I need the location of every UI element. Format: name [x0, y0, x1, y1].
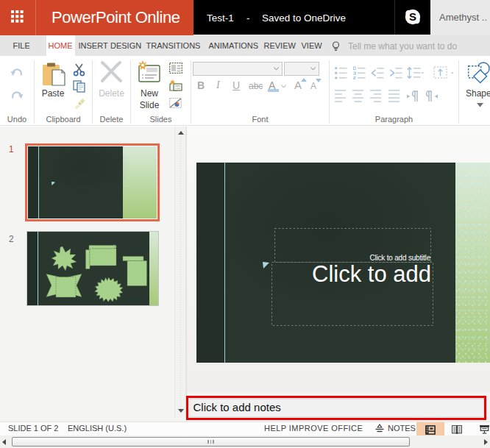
svg-text:S: S	[409, 10, 416, 23]
